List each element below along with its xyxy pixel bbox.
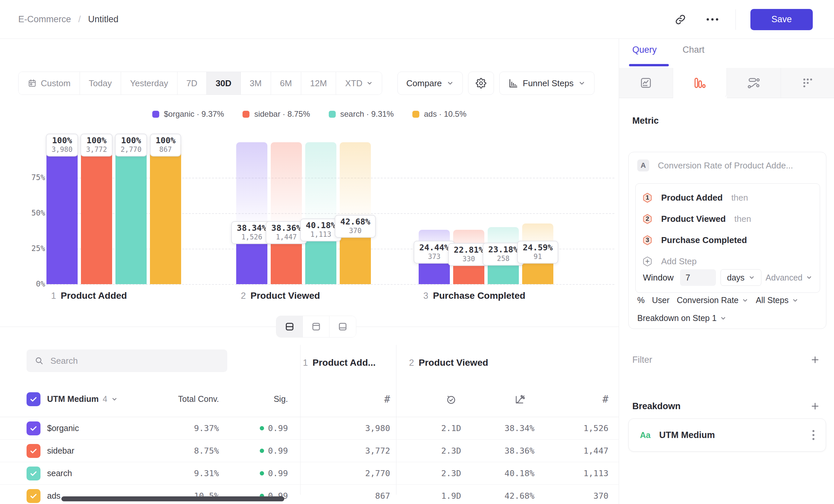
advanced-toggle[interactable]: Advanced: [766, 273, 812, 282]
window-value-input[interactable]: [680, 269, 716, 286]
table-search[interactable]: [26, 349, 227, 372]
add-breakdown-button[interactable]: [810, 401, 820, 411]
row-breakdown-value[interactable]: search: [47, 468, 72, 478]
kebab-menu-icon[interactable]: [812, 430, 814, 440]
add-filter-button[interactable]: [810, 355, 820, 365]
row-sig-value: 0.99: [268, 468, 288, 478]
metric-name[interactable]: Conversion Rate of Product Adde...: [658, 160, 793, 171]
filter-section-heading: Filter: [632, 355, 652, 365]
measure-metric-select[interactable]: Conversion Rate: [677, 295, 748, 305]
metric-card: A Conversion Rate of Product Adde... 1Pr…: [628, 152, 826, 329]
funnel-ghost-bar: [271, 142, 302, 230]
legend-item-organic[interactable]: $organic · 9.37%: [152, 109, 224, 119]
measure-entity[interactable]: User: [652, 295, 670, 305]
breakdown-on-step-select[interactable]: Breakdown on Step 1: [637, 313, 726, 323]
conversion-column-icon[interactable]: [514, 394, 525, 405]
range-button-12m[interactable]: 12M: [301, 72, 336, 94]
app-header: E-Commerce / Untitled Save: [0, 0, 834, 39]
report-type-funnels[interactable]: [673, 68, 727, 98]
funnel-ghost-bar: [340, 142, 371, 224]
save-button[interactable]: Save: [750, 9, 813, 30]
layout-chart-only-button[interactable]: [303, 316, 329, 337]
funnel-bar-organic-step1[interactable]: [46, 142, 78, 284]
more-actions-button[interactable]: [704, 11, 721, 28]
legend-item-sidebar[interactable]: sidebar · 8.75%: [242, 109, 310, 119]
report-type-insights[interactable]: [619, 68, 673, 98]
chevron-down-icon: [742, 297, 748, 304]
row-checkbox[interactable]: [26, 444, 41, 458]
query-step-3[interactable]: 3Purchase Completed: [642, 230, 747, 250]
bar-value-label: 100%3,980: [46, 134, 78, 157]
horizontal-scrollbar[interactable]: [61, 496, 284, 501]
table-group-header-step1[interactable]: 1Product Add...: [303, 358, 375, 368]
layout-split-button[interactable]: [276, 316, 303, 337]
range-button-custom[interactable]: Custom: [19, 72, 80, 94]
gear-icon: [476, 78, 486, 89]
row-checkbox[interactable]: [26, 489, 41, 503]
step-event-name: Product Added: [661, 193, 723, 203]
query-step-2[interactable]: 2Product Viewedthen: [642, 209, 751, 229]
range-button-7d[interactable]: 7D: [177, 72, 207, 94]
add-step-button[interactable]: + Add Step: [642, 251, 697, 271]
tab-chart[interactable]: Chart: [683, 45, 705, 61]
legend-item-ads[interactable]: ads · 10.5%: [412, 109, 466, 119]
row-step2-uniques: 370: [593, 491, 609, 501]
row-checkbox[interactable]: [26, 466, 41, 480]
y-axis-tick: 0%: [20, 279, 45, 288]
range-button-30d[interactable]: 30D: [207, 72, 241, 94]
breakdown-column-header[interactable]: UTM Medium 4: [47, 394, 118, 404]
row-breakdown-value[interactable]: sidebar: [47, 446, 74, 456]
range-button-6m[interactable]: 6M: [271, 72, 301, 94]
breadcrumb-report-title[interactable]: Untitled: [88, 14, 119, 25]
row-breakdown-value[interactable]: ads: [47, 491, 60, 501]
row-checkbox[interactable]: [26, 421, 41, 435]
layout-table-only-button[interactable]: [329, 316, 356, 337]
active-tab-underline: [629, 64, 669, 66]
range-button-xtd[interactable]: XTD: [336, 72, 382, 94]
funnel-bar-ads-step1[interactable]: [150, 142, 181, 284]
share-link-button[interactable]: [672, 11, 689, 28]
funnel-step-title-2: 2Product Viewed: [241, 291, 320, 301]
step-then-label: then: [734, 214, 751, 224]
tab-query[interactable]: Query: [632, 45, 657, 61]
table-row-search: search9.31%0.992,7702.3D40.18%1,113: [0, 462, 619, 485]
avg-time-column-icon[interactable]: [445, 394, 457, 405]
breakdown-property-card[interactable]: Aa UTM Medium: [628, 418, 826, 452]
table-group-header-step2[interactable]: 2Product Viewed: [409, 358, 488, 368]
row-step2-uniques: 1,526: [584, 423, 609, 433]
top-layout-icon: [311, 322, 321, 331]
legend-item-search[interactable]: search · 9.31%: [329, 109, 394, 119]
range-button-today[interactable]: Today: [80, 72, 121, 94]
uniques-column-icon[interactable]: #: [384, 393, 390, 405]
range-button-3m[interactable]: 3M: [241, 72, 271, 94]
row-avg-time: 2.3D: [441, 468, 461, 478]
search-input[interactable]: [50, 356, 210, 366]
range-button-yesterday[interactable]: Yesterday: [121, 72, 177, 94]
breadcrumb-project[interactable]: E-Commerce: [18, 14, 71, 25]
chart-type-selector[interactable]: Funnel Steps: [499, 72, 594, 95]
chart-settings-button[interactable]: [468, 72, 494, 95]
measure-symbol[interactable]: %: [637, 295, 644, 305]
step-number-hexagon: 1: [642, 192, 653, 203]
funnel-bar-sidebar-step1[interactable]: [81, 142, 112, 284]
query-step-1[interactable]: 1Product Addedthen: [642, 188, 748, 208]
funnel-chart: 0%25%50%75%100%3,980100%3,772100%2,77010…: [0, 126, 619, 318]
window-unit-select[interactable]: days: [721, 269, 761, 286]
report-type-flows[interactable]: [727, 68, 781, 98]
measure-scope-select[interactable]: All Steps: [756, 295, 798, 305]
select-all-checkbox[interactable]: [26, 392, 41, 406]
sig-column-header[interactable]: Sig.: [274, 394, 288, 404]
uniques-column-icon[interactable]: #: [602, 393, 609, 405]
funnel-bar-search-step1[interactable]: [115, 142, 147, 284]
report-type-more[interactable]: [781, 68, 834, 98]
compare-button[interactable]: Compare: [397, 72, 463, 95]
chevron-down-icon: [578, 79, 586, 87]
split-layout-icon: [285, 322, 294, 331]
breakdown-property-name: UTM Medium: [659, 430, 715, 440]
chevron-down-icon: [806, 274, 812, 281]
breadcrumb: E-Commerce / Untitled: [18, 0, 118, 39]
significance-dot: [260, 449, 264, 453]
search-icon: [35, 356, 44, 365]
significance-dot: [260, 471, 264, 476]
row-breakdown-value[interactable]: $organic: [47, 423, 79, 433]
